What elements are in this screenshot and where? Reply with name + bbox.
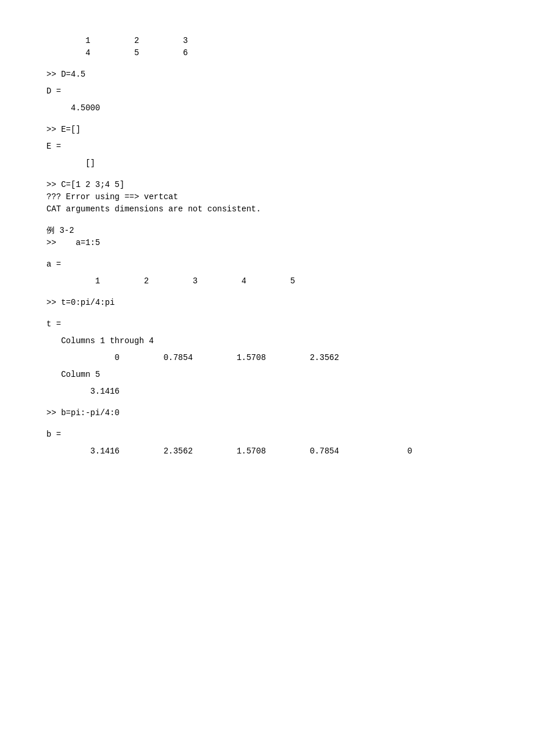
cmd-t: >> t=0:pi/4:pi: [46, 297, 488, 309]
cmd-a: >> a=1:5: [46, 237, 488, 249]
cmd-e: >> E=[]: [46, 124, 488, 136]
cmd-b-cmd: >> b=pi:-pi/4:0: [46, 407, 488, 419]
label-e: E =: [46, 141, 488, 153]
label-a: a =: [46, 258, 488, 271]
matrix-output: 1 2 3 4 5 6: [46, 35, 488, 59]
cmd-a-block: a = 1 2 3 4 5: [46, 258, 488, 287]
example-label-block: 例 3-2 >> a=1:5: [46, 225, 488, 249]
matrix-row1: 1 2 3: [46, 35, 488, 47]
label-d: D =: [46, 85, 488, 98]
main-content: 1 2 3 4 5 6 >> D=4.5 D = 4.5000 >> E=[] …: [46, 35, 488, 458]
cmd-b: >> b=pi:-pi/4:0: [46, 407, 488, 419]
example-label: 例 3-2: [46, 225, 488, 237]
val-a: 1 2 3 4 5: [46, 275, 488, 287]
cmd-d: >> D=4.5: [46, 69, 488, 81]
cmd-e-block: >> E=[] E = []: [46, 124, 488, 170]
cmd-d-block: >> D=4.5 D = 4.5000: [46, 69, 488, 114]
col-header-t: Columns 1 through 4: [46, 335, 488, 347]
error-line1: ??? Error using ==> vertcat: [46, 191, 488, 203]
cmd-t-block: t = Columns 1 through 4 0 0.7854 1.5708 …: [46, 318, 488, 398]
cmd-t-cmd: >> t=0:pi/4:pi: [46, 297, 488, 309]
error-line2: CAT arguments dimensions are not consist…: [46, 203, 488, 215]
cmd-b-block: b = 3.1416 2.3562 1.5708 0.7854 0: [46, 429, 488, 458]
val-t-col5: 3.1416: [46, 386, 488, 398]
label-b: b =: [46, 429, 488, 441]
val-e: []: [46, 157, 488, 170]
val-b-row: 3.1416 2.3562 1.5708 0.7854 0: [46, 445, 488, 458]
val-d: 4.5000: [46, 102, 488, 114]
cmd-c-block: >> C=[1 2 3;4 5] ??? Error using ==> ver…: [46, 179, 488, 215]
cmd-c: >> C=[1 2 3;4 5]: [46, 179, 488, 191]
matrix-row2: 4 5 6: [46, 47, 488, 59]
val-t-row: 0 0.7854 1.5708 2.3562: [46, 352, 488, 364]
col5-header: Column 5: [46, 369, 488, 381]
label-t: t =: [46, 318, 488, 330]
